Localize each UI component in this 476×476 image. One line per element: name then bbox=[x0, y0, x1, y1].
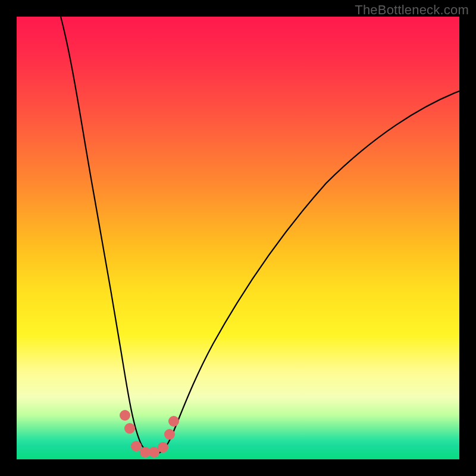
marker-dot bbox=[158, 442, 168, 453]
plot-area bbox=[17, 17, 459, 459]
watermark-text: TheBottleneck.com bbox=[355, 2, 469, 18]
marker-dot bbox=[131, 441, 142, 452]
bottleneck-curve bbox=[17, 17, 459, 459]
marker-dot bbox=[124, 423, 135, 434]
curve-path bbox=[61, 17, 459, 454]
marker-dot bbox=[168, 416, 179, 427]
marker-dot bbox=[164, 429, 175, 440]
marker-dot bbox=[120, 410, 130, 421]
marker-group bbox=[120, 410, 179, 458]
chart-frame: TheBottleneck.com bbox=[0, 0, 476, 476]
